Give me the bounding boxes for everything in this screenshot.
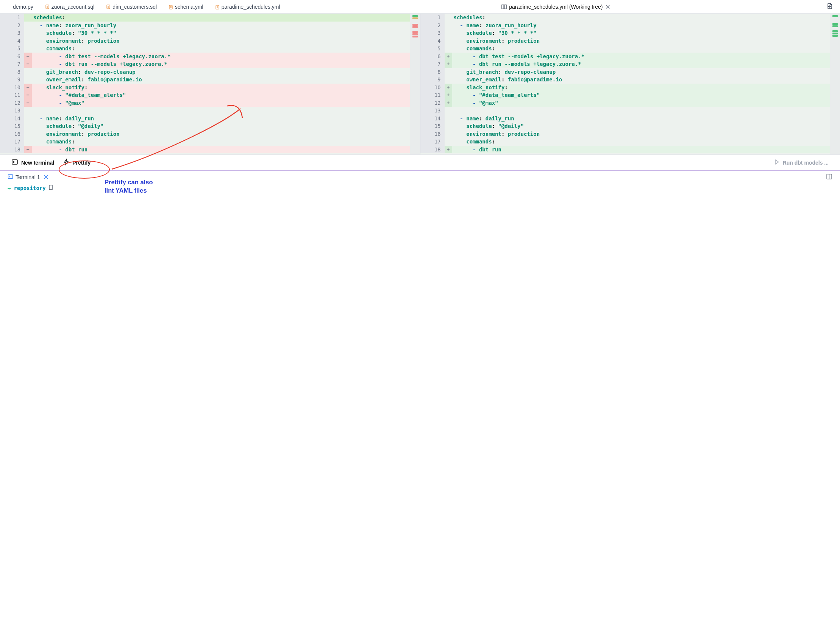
- tab-zuora-account-sql[interactable]: zuora_account.sql: [39, 0, 101, 13]
- line-number: 3: [420, 29, 444, 37]
- right-diff-line[interactable]: 17 commands:: [420, 138, 840, 146]
- code-content: environment: production: [452, 37, 840, 45]
- right-diff-line[interactable]: 3 schedule: "30 * * * *": [420, 29, 840, 37]
- left-diff-line[interactable]: 16 environment: production: [0, 130, 420, 138]
- change-bar: −: [24, 146, 32, 154]
- right-diff-line[interactable]: 4 environment: production: [420, 37, 840, 45]
- right-diff-line[interactable]: 13: [420, 107, 840, 115]
- diff-editor: 1schedules:2 - name: zuora_run_hourly3 s…: [0, 14, 840, 155]
- terminal-body[interactable]: → repository: [0, 183, 840, 192]
- minimap-right[interactable]: [830, 14, 840, 155]
- right-diff-line[interactable]: 10+ slack_notify:: [420, 84, 840, 92]
- line-number: 7: [0, 60, 24, 68]
- code-content: [32, 107, 420, 115]
- line-number: 12: [0, 99, 24, 107]
- left-diff-line[interactable]: 17 commands:: [0, 138, 420, 146]
- change-bar: [24, 130, 32, 138]
- right-diff-line[interactable]: 2 - name: zuora_run_hourly: [420, 22, 840, 30]
- right-diff-line[interactable]: 15 schedule: "@daily": [420, 122, 840, 130]
- change-bar: [444, 37, 452, 45]
- new-terminal-button[interactable]: New terminal: [11, 158, 54, 166]
- close-icon[interactable]: [605, 4, 611, 10]
- editor-tabs-bar: demo.py zuora_account.sql dim_customers.…: [0, 0, 840, 14]
- close-icon[interactable]: [44, 174, 48, 180]
- left-diff-line[interactable]: 3 schedule: "30 * * * *": [0, 29, 420, 37]
- code-content: environment: production: [452, 130, 840, 138]
- code-content: commands:: [452, 138, 840, 146]
- left-diff-line[interactable]: 6− - dbt test --models +legacy.zuora.*: [0, 53, 420, 61]
- svg-rect-19: [8, 175, 13, 178]
- change-bar: [24, 122, 32, 130]
- minimap-left[interactable]: [410, 14, 420, 155]
- tab-paradime-schedules-working-tree[interactable]: paradime_schedules.yml (Working tree): [495, 0, 617, 13]
- right-diff-line[interactable]: 12+ - "@max": [420, 99, 840, 107]
- line-number: 7: [420, 60, 444, 68]
- left-diff-line[interactable]: 5 commands:: [0, 45, 420, 53]
- tab-schema-yml[interactable]: schema.yml: [163, 0, 209, 13]
- left-diff-line[interactable]: 15 schedule: "@daily": [0, 122, 420, 130]
- code-content: - dbt run --models +legacy.zuora.*: [452, 60, 840, 68]
- right-diff-line[interactable]: 9 owner_email: fabio@paradime.io: [420, 76, 840, 84]
- change-bar: [24, 45, 32, 53]
- left-diff-line[interactable]: 14 - name: daily_run: [0, 115, 420, 123]
- change-bar: [444, 76, 452, 84]
- line-number: 14: [0, 115, 24, 123]
- left-diff-line[interactable]: 1schedules:: [0, 14, 420, 22]
- code-content: - name: zuora_run_hourly: [32, 22, 420, 30]
- right-diff-line[interactable]: 6+ - dbt test --models +legacy.zuora.*: [420, 53, 840, 61]
- line-number: 2: [0, 22, 24, 30]
- run-models-label: Run dbt models ...: [783, 160, 829, 166]
- line-number: 17: [0, 138, 24, 146]
- line-number: 5: [0, 45, 24, 53]
- left-diff-line[interactable]: 12− - "@max": [0, 99, 420, 107]
- change-bar: [24, 68, 32, 76]
- line-number: 10: [0, 84, 24, 92]
- tab-label: zuora_account.sql: [52, 4, 95, 10]
- sql-file-icon: [107, 5, 110, 9]
- left-diff-line[interactable]: 10− slack_notify:: [0, 84, 420, 92]
- line-number: 18: [420, 146, 444, 154]
- left-diff-line[interactable]: 11− - "#data_team_alerts": [0, 91, 420, 99]
- left-diff-line[interactable]: 4 environment: production: [0, 37, 420, 45]
- tab-label: demo.py: [13, 4, 33, 10]
- right-diff-line[interactable]: 14 - name: daily_run: [420, 115, 840, 123]
- change-bar: [444, 14, 452, 22]
- yml-file-icon: [169, 5, 173, 9]
- right-diff-line[interactable]: 18+ - dbt run: [420, 146, 840, 154]
- diff-pane-original[interactable]: 1schedules:2 - name: zuora_run_hourly3 s…: [0, 14, 420, 155]
- change-bar: [444, 115, 452, 123]
- right-diff-line[interactable]: 11+ - "#data_team_alerts": [420, 91, 840, 99]
- line-number: 14: [420, 115, 444, 123]
- right-diff-line[interactable]: 5 commands:: [420, 45, 840, 53]
- left-diff-line[interactable]: 2 - name: zuora_run_hourly: [0, 22, 420, 30]
- file-action-icon[interactable]: [826, 3, 833, 11]
- code-content: - name: zuora_run_hourly: [452, 22, 840, 30]
- tab-dim-customers-sql[interactable]: dim_customers.sql: [100, 0, 163, 13]
- right-diff-line[interactable]: 7+ - dbt run --models +legacy.zuora.*: [420, 60, 840, 68]
- terminal-tab-1[interactable]: Terminal 1: [8, 174, 48, 180]
- right-diff-line[interactable]: 16 environment: production: [420, 130, 840, 138]
- prettify-button[interactable]: Prettify: [63, 158, 91, 166]
- yml-file-icon: [215, 5, 219, 9]
- left-diff-line[interactable]: 9 owner_email: fabio@paradime.io: [0, 76, 420, 84]
- run-dbt-models-button[interactable]: Run dbt models ...: [774, 159, 829, 166]
- right-diff-line[interactable]: 8 git_branch: dev-repo-cleanup: [420, 68, 840, 76]
- split-panel-icon[interactable]: [826, 173, 832, 181]
- code-content: owner_email: fabio@paradime.io: [452, 76, 840, 84]
- left-diff-line[interactable]: 18− - dbt run: [0, 146, 420, 154]
- code-content: git_branch: dev-repo-cleanup: [32, 68, 420, 76]
- left-diff-line[interactable]: 13: [0, 107, 420, 115]
- tab-label: paradime_schedules.yml: [221, 4, 280, 10]
- code-content: environment: production: [32, 130, 420, 138]
- tab-demo-py[interactable]: demo.py: [7, 0, 39, 13]
- line-number: 2: [420, 22, 444, 30]
- line-number: 15: [0, 122, 24, 130]
- svg-rect-17: [504, 5, 506, 9]
- left-diff-line[interactable]: 7− - dbt run --models +legacy.zuora.*: [0, 60, 420, 68]
- diff-pane-modified[interactable]: 1schedules:2 - name: zuora_run_hourly3 s…: [420, 14, 840, 155]
- right-diff-line[interactable]: 1schedules:: [420, 14, 840, 22]
- tab-label: schema.yml: [175, 4, 203, 10]
- change-bar: +: [444, 84, 452, 92]
- left-diff-line[interactable]: 8 git_branch: dev-repo-cleanup: [0, 68, 420, 76]
- tab-paradime-schedules-yml[interactable]: paradime_schedules.yml: [209, 0, 286, 13]
